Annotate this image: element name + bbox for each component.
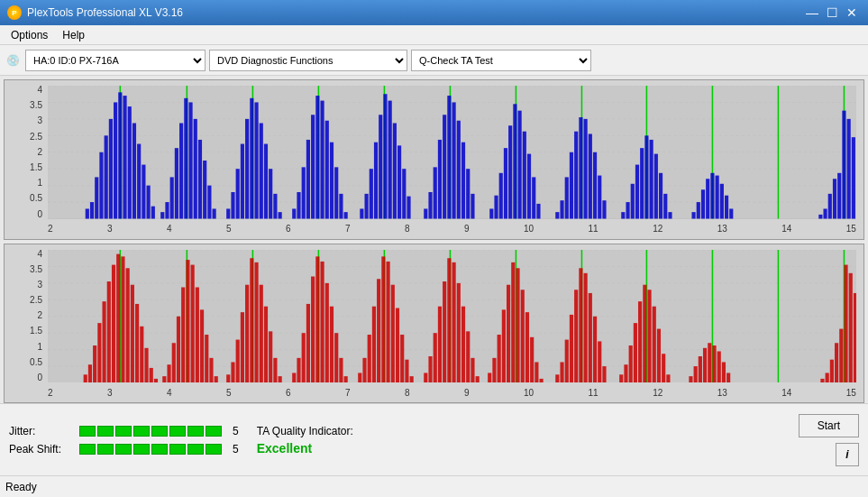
svg-rect-143 [852, 137, 855, 218]
info-button[interactable]: i [836, 443, 859, 466]
x-label-13: 13 [717, 224, 727, 234]
svg-rect-34 [198, 140, 202, 219]
svg-rect-50 [279, 212, 282, 218]
svg-rect-21 [137, 144, 141, 219]
toolbar: 💿 HA:0 ID:0 PX-716A DVD Diagnostic Funct… [0, 45, 868, 76]
metrics-left: Jitter: 5 Peak Shift: [9, 425, 239, 456]
charts-area: 4 3.5 3 2.5 2 1.5 1 0.5 0 [0, 76, 868, 403]
svg-rect-83 [452, 102, 456, 218]
svg-rect-56 [311, 115, 315, 218]
svg-rect-28 [170, 177, 174, 218]
svg-rect-120 [654, 154, 658, 219]
svg-rect-125 [691, 212, 695, 218]
svg-rect-23 [147, 186, 151, 219]
svg-rect-66 [364, 194, 368, 219]
svg-rect-288 [835, 343, 838, 382]
peak-bar-5 [151, 444, 168, 455]
svg-rect-122 [663, 194, 667, 219]
svg-rect-201 [306, 303, 310, 382]
svg-rect-238 [492, 357, 496, 382]
x-label-9: 9 [464, 224, 470, 234]
svg-rect-128 [706, 179, 709, 218]
svg-rect-17 [118, 92, 122, 218]
svg-rect-253 [570, 314, 573, 382]
svg-rect-44 [250, 98, 253, 219]
svg-rect-72 [393, 123, 397, 218]
svg-rect-114 [626, 202, 629, 218]
svg-rect-180 [200, 309, 204, 382]
drive-select[interactable]: HA:0 ID:0 PX-716A [25, 50, 206, 71]
svg-rect-281 [722, 362, 726, 382]
svg-rect-159 [102, 301, 105, 382]
svg-rect-107 [584, 119, 588, 219]
minimize-button[interactable]: — [803, 4, 821, 22]
svg-rect-211 [358, 373, 361, 382]
y-label-35: 3.5 [30, 101, 42, 110]
svg-rect-234 [471, 357, 474, 382]
svg-rect-191 [254, 262, 258, 382]
svg-rect-190 [250, 258, 253, 382]
svg-rect-241 [507, 284, 510, 382]
svg-rect-170 [154, 378, 158, 382]
peak-shift-label: Peak Shift: [9, 443, 72, 456]
svg-rect-104 [570, 152, 573, 219]
svg-rect-79 [434, 167, 437, 218]
svg-rect-239 [498, 335, 501, 382]
svg-rect-87 [471, 194, 474, 219]
chart-inner-bottom [48, 250, 856, 383]
svg-rect-230 [452, 262, 456, 382]
drive-icon: 💿 [4, 51, 22, 69]
menu-options[interactable]: Options [4, 27, 55, 43]
svg-rect-257 [589, 292, 592, 382]
start-button[interactable]: Start [799, 414, 859, 437]
svg-rect-250 [555, 374, 559, 382]
svg-rect-216 [381, 256, 385, 382]
svg-rect-11 [90, 202, 94, 218]
svg-rect-90 [494, 196, 498, 219]
chart-top: 4 3.5 3 2.5 2 1.5 1 0.5 0 [4, 79, 864, 240]
svg-rect-172 [162, 376, 166, 382]
svg-rect-290 [844, 264, 847, 382]
svg-rect-286 [826, 373, 829, 382]
svg-rect-275 [694, 366, 698, 382]
svg-rect-237 [488, 373, 491, 382]
svg-rect-203 [315, 256, 319, 382]
svg-rect-208 [339, 357, 343, 382]
menu-help[interactable]: Help [55, 27, 92, 43]
svg-rect-40 [231, 192, 234, 219]
svg-rect-156 [88, 364, 92, 382]
svg-rect-199 [297, 357, 300, 382]
svg-rect-49 [273, 194, 277, 219]
svg-rect-222 [410, 376, 414, 382]
svg-rect-93 [508, 125, 512, 218]
svg-rect-167 [140, 326, 143, 382]
svg-rect-198 [292, 373, 296, 382]
svg-rect-248 [540, 378, 544, 382]
function-select[interactable]: DVD Diagnostic Functions [209, 50, 407, 71]
close-button[interactable]: ✕ [843, 4, 861, 22]
maximize-button[interactable]: ☐ [823, 4, 841, 22]
jitter-label: Jitter: [9, 425, 72, 437]
svg-rect-176 [181, 287, 185, 382]
peak-shift-row: Peak Shift: 5 [9, 443, 239, 456]
svg-rect-60 [330, 143, 333, 219]
svg-rect-163 [121, 256, 124, 382]
svg-rect-165 [131, 284, 134, 382]
svg-rect-15 [109, 119, 113, 219]
jitter-bar-3 [115, 426, 132, 437]
svg-rect-26 [160, 212, 164, 218]
ta-quality-label: TA Quality Indicator: [257, 425, 353, 437]
svg-rect-99 [536, 204, 540, 219]
svg-rect-207 [334, 333, 338, 382]
svg-rect-280 [717, 351, 721, 382]
svg-rect-225 [428, 356, 432, 383]
svg-rect-75 [407, 197, 410, 219]
test-select[interactable]: Q-Check TA Test [411, 50, 591, 71]
svg-rect-194 [269, 331, 272, 382]
svg-rect-45 [254, 102, 258, 218]
svg-rect-240 [502, 309, 506, 382]
svg-rect-157 [93, 345, 96, 382]
bottom-right-buttons: Start i [799, 414, 859, 466]
svg-rect-274 [689, 376, 692, 382]
svg-rect-43 [245, 119, 249, 219]
